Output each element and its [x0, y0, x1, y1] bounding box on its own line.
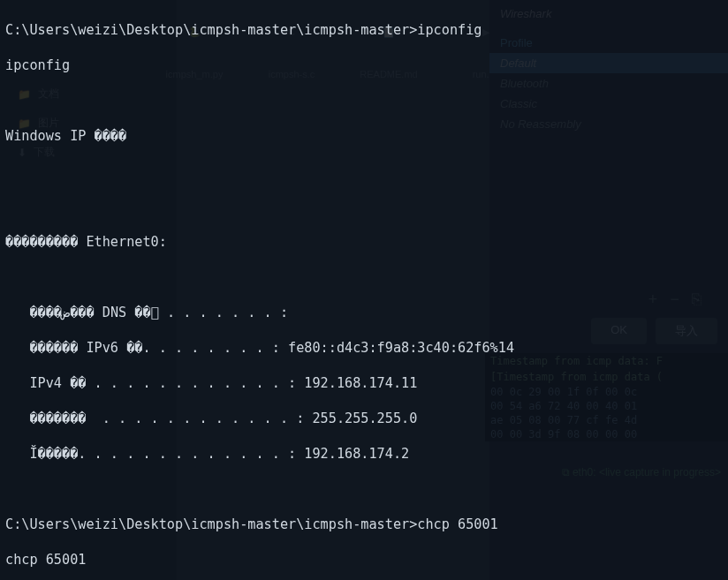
terminal-window[interactable]: C:\Users\weizi\Desktop\icmpsh-master\icm…: [0, 0, 728, 580]
output-line: ������� . . . . . . . . . . . . : 255.25…: [5, 410, 723, 427]
blank-line: [5, 480, 723, 498]
output-line: Ĭ�����. . . . . . . . . . . . . : 192.16…: [5, 445, 723, 463]
output-line: ����ض��� DNS ��󰹢 . . . . . . . :: [5, 304, 723, 321]
echo-line: chcp 65001: [5, 551, 723, 569]
prompt-line: C:\Users\weizi\Desktop\icmpsh-master\icm…: [5, 21, 723, 39]
blank-line: [5, 198, 723, 215]
output-line: IPv4 �� . . . . . . . . . . . . : 192.16…: [5, 374, 723, 392]
blank-line: [5, 92, 723, 109]
output-line: ������ IPv6 ��. . . . . . . . : fe80::d4…: [5, 339, 723, 357]
output-line: Windows IP ����: [5, 127, 723, 145]
adapter-header: ��������� Ethernet0:: [5, 233, 723, 251]
prompt-line: C:\Users\weizi\Desktop\icmpsh-master\icm…: [5, 516, 723, 533]
blank-line: [5, 268, 723, 286]
blank-line: [5, 162, 723, 180]
echo-line: ipconfig: [5, 56, 723, 74]
